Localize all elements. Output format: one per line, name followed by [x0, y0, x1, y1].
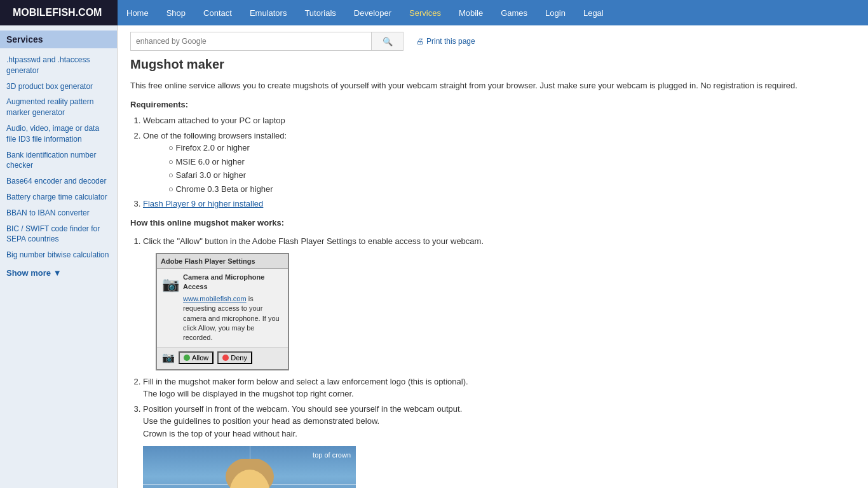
nav-shop[interactable]: Shop [158, 0, 194, 25]
show-more-button[interactable]: Show more ▼ [0, 263, 117, 283]
sidebar-item-battery[interactable]: Battery charge time calculator [0, 189, 117, 205]
req-item-3: Flash Player 9 or higher installed [143, 198, 855, 210]
header: MOBILEFISH.COM Home Shop Contact Emulato… [0, 0, 868, 25]
flash-dialog-text: Camera and Microphone Access www.mobilef… [183, 273, 283, 343]
browser-msie: MSIE 6.0 or higher [168, 156, 855, 168]
nav-emulators[interactable]: Emulators [241, 0, 296, 25]
sidebar-item-audio-video[interactable]: Audio, video, image or data file ID3 fil… [0, 121, 117, 147]
step-3: Position yourself in front of the webcam… [143, 403, 855, 440]
nav-login[interactable]: Login [536, 0, 574, 25]
mugshot-image: top of crown [143, 446, 356, 488]
sidebar-item-htpasswd[interactable]: .htpasswd and .htaccess generator [0, 52, 117, 79]
browser-firefox: Firefox 2.0 or higher [168, 142, 855, 154]
layout: Services .htpasswd and .htaccess generat… [0, 25, 868, 488]
flash-allow-button[interactable]: Allow [179, 351, 214, 364]
sidebar-item-bank-id[interactable]: Bank identification number checker [0, 147, 117, 174]
sidebar: Services .htpasswd and .htaccess generat… [0, 25, 118, 488]
sidebar-item-bban[interactable]: BBAN to IBAN converter [0, 205, 117, 221]
search-bar: 🔍 🖨 Print this page [130, 32, 855, 51]
nav-home[interactable]: Home [118, 0, 158, 25]
requirements-title: Requirements: [130, 98, 855, 111]
main-nav: Home Shop Contact Emulators Tutorials De… [118, 0, 868, 25]
print-link[interactable]: 🖨 Print this page [416, 37, 475, 46]
browser-chrome: Chrome 0.3 Beta or higher [168, 183, 855, 196]
main-content: 🔍 🖨 Print this page Mugshot maker This f… [118, 25, 868, 488]
nav-services[interactable]: Services [400, 0, 450, 25]
search-wrapper [130, 32, 372, 51]
nav-developer[interactable]: Developer [345, 0, 400, 25]
nav-games[interactable]: Games [492, 0, 536, 25]
flash-player-link[interactable]: Flash Player 9 or higher installed [143, 199, 263, 208]
sidebar-item-bic[interactable]: BIC / SWIFT code finder for SEPA countri… [0, 221, 117, 248]
printer-icon: 🖨 [416, 37, 424, 46]
sidebar-item-base64[interactable]: Base64 encoder and decoder [0, 173, 117, 189]
flash-dialog-footer: 📷 Allow Deny [157, 347, 288, 369]
nav-legal[interactable]: Legal [574, 0, 613, 25]
flash-dialog-title: Adobe Flash Player Settings [157, 254, 288, 269]
flash-site-link[interactable]: www.mobilefish.com [183, 295, 247, 302]
req-item-1: Webcam attached to your PC or laptop [143, 114, 855, 127]
page-title: Mugshot maker [130, 57, 855, 72]
mugshot-crown-label: top of crown [313, 451, 351, 459]
search-icon: 🔍 [383, 37, 393, 46]
deny-dot [222, 355, 229, 361]
flash-dialog-body: 📷 Camera and Microphone Access www.mobil… [157, 269, 288, 347]
req-item-2: One of the following browsers installed:… [143, 130, 855, 196]
flash-section-label: Camera and Microphone Access [183, 273, 283, 292]
browser-safari: Safari 3.0 or higher [168, 169, 855, 182]
step-1: Click the "Allow" button in the Adobe Fl… [143, 235, 855, 370]
step-2: Fill in the mugshot maker form below and… [143, 376, 855, 400]
content-area: This free online service allows you to c… [130, 79, 855, 488]
browsers-list: Firefox 2.0 or higher MSIE 6.0 or higher… [168, 142, 855, 195]
how-it-works-title: How this online mugshot maker works: [130, 217, 855, 229]
sidebar-item-3d-product[interactable]: 3D product box generator [0, 79, 117, 95]
requirements-list: Webcam attached to your PC or laptop One… [143, 114, 855, 210]
search-button[interactable]: 🔍 [372, 32, 403, 51]
camera-small-icon: 📷 [162, 350, 175, 365]
nav-mobile[interactable]: Mobile [450, 0, 492, 25]
nav-contact[interactable]: Contact [194, 0, 241, 25]
sidebar-item-bignumber[interactable]: Big number bitwise calculation [0, 247, 117, 263]
search-input[interactable] [130, 32, 372, 51]
steps-list: Click the "Allow" button in the Adobe Fl… [143, 235, 855, 440]
mugshot-head-silhouette [212, 459, 288, 488]
nav-tutorials[interactable]: Tutorials [295, 0, 344, 25]
sidebar-title: Services [0, 30, 117, 48]
allow-dot [184, 355, 190, 361]
flash-dialog: Adobe Flash Player Settings 📷 Camera and… [156, 253, 289, 370]
logo: MOBILEFISH.COM [0, 0, 118, 25]
sidebar-item-augmented[interactable]: Augmented reality pattern marker generat… [0, 94, 117, 121]
intro-text: This free online service allows you to c… [130, 79, 855, 92]
flash-deny-button[interactable]: Deny [217, 351, 252, 364]
camera-icon: 📷 [162, 274, 179, 343]
